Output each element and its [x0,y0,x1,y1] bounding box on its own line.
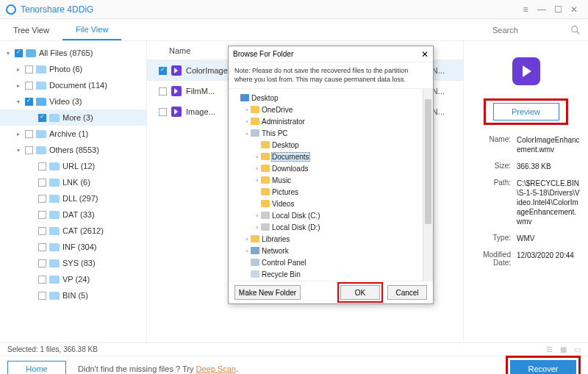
checkbox[interactable] [38,259,46,267]
sidebar-item[interactable]: SYS (83) [0,255,146,271]
folder-icon [251,118,259,125]
checkbox[interactable] [38,292,46,300]
dialog-tree-item[interactable]: Recycle Bin [230,268,431,280]
checkbox[interactable] [15,49,23,57]
dialog-folder-tree[interactable]: Desktop›OneDrive›Administrator⌄This PCDe… [229,89,433,281]
dialog-tree-item[interactable]: ⌄This PC [230,127,431,139]
dialog-tree-label: Local Disk (C:) [272,212,320,220]
checkbox[interactable] [159,67,167,75]
checkbox[interactable] [38,227,46,235]
cancel-button[interactable]: Cancel [387,285,427,300]
checkbox[interactable] [25,146,33,154]
list-view-icon[interactable]: ☰ [546,345,553,353]
expand-arrow-icon[interactable]: ▸ [15,131,22,137]
detail-view-icon[interactable]: ▭ [574,345,581,353]
checkbox[interactable] [159,87,167,96]
dialog-tree-item[interactable]: Videos [230,198,431,209]
tab-file-view[interactable]: File View [62,19,121,40]
recover-button[interactable]: Recover [510,360,576,375]
sidebar-item[interactable]: ▸Archive (1) [0,126,146,142]
dialog-tree-item[interactable]: ›Administrator [230,115,431,127]
grid-view-icon[interactable]: ▦ [560,345,567,353]
expand-arrow-icon[interactable]: › [243,119,251,124]
sidebar-item-label: Others (8553) [49,145,99,154]
sidebar-item[interactable]: BIN (5) [0,287,146,303]
expand-arrow-icon[interactable]: › [254,178,261,183]
sidebar-item[interactable]: URL (12) [0,158,146,174]
dialog-tree-label: Videos [272,200,294,208]
sidebar-item[interactable]: CAT (2612) [0,223,146,239]
expand-arrow-icon[interactable]: › [254,213,261,218]
expand-arrow-icon[interactable]: ⌄ [243,130,251,136]
checkbox[interactable] [38,179,46,187]
sidebar-item[interactable]: INF (304) [0,239,146,255]
dialog-tree-label: OneDrive [262,106,293,114]
sidebar-item[interactable]: ▾Video (3) [0,93,146,109]
ok-button[interactable]: OK [340,285,380,300]
dialog-tree-item[interactable]: ›Downloads [230,162,431,174]
checkbox[interactable] [38,195,46,203]
checkbox[interactable] [25,98,33,106]
sidebar-item[interactable]: DLL (297) [0,190,146,206]
make-new-folder-button[interactable]: Make New Folder [234,285,301,300]
meta-value: ColorImageEnhancement.wmv [517,135,581,154]
checkbox[interactable] [38,162,46,170]
sidebar-item[interactable]: LNK (6) [0,174,146,190]
dialog-tree-item[interactable]: ›Libraries [230,233,431,245]
dialog-close-icon[interactable]: ✕ [421,49,429,60]
maximize-button[interactable]: ☐ [550,1,566,18]
dialog-tree-item[interactable]: Desktop [230,139,431,151]
sidebar-item[interactable]: More (3) [0,109,146,126]
sidebar-item[interactable]: DAT (33) [0,206,146,223]
dialog-tree-item[interactable]: ›Network [230,245,431,256]
expand-arrow-icon[interactable]: › [254,154,261,159]
checkbox[interactable] [159,108,167,116]
checkbox[interactable] [25,65,33,73]
col-name[interactable]: Name [169,46,190,55]
sidebar-item[interactable]: ▸Document (114) [0,77,146,93]
preview-button[interactable]: Preview [493,103,559,121]
checkbox[interactable] [25,130,33,138]
expand-arrow-icon[interactable]: › [243,237,251,242]
expand-arrow-icon[interactable]: ▾ [4,50,12,57]
expand-arrow-icon[interactable]: › [254,225,261,230]
expand-arrow-icon[interactable]: ▾ [15,98,22,105]
dialog-tree-item[interactable]: ›Documents [230,151,431,162]
dialog-tree-item[interactable]: Desktop [230,92,431,104]
dialog-tree-item[interactable]: 4DDIG program [230,280,431,281]
expand-arrow-icon[interactable]: › [243,107,251,112]
expand-arrow-icon[interactable]: ▾ [15,147,22,154]
expand-arrow-icon[interactable]: ▸ [15,66,22,73]
dialog-tree-item[interactable]: Pictures [230,186,431,198]
dialog-scrollbar[interactable] [423,89,433,281]
tab-tree-view[interactable]: Tree View [0,19,62,40]
minimize-button[interactable]: — [534,1,550,18]
checkbox[interactable] [25,82,33,90]
sidebar-item[interactable]: VP (24) [0,271,146,287]
close-button[interactable]: ✕ [566,1,582,18]
checkbox[interactable] [38,243,46,251]
checkbox[interactable] [38,211,46,219]
sidebar-item[interactable]: ▾All Files (8765) [0,45,146,61]
search-icon[interactable] [570,25,581,35]
dialog-tree-item[interactable]: ›OneDrive [230,104,431,115]
expand-arrow-icon[interactable]: ▸ [15,82,22,89]
sidebar-item[interactable]: ▾Others (8553) [0,142,146,158]
checkbox[interactable] [38,114,46,122]
checkbox[interactable] [38,276,46,284]
home-button[interactable]: Home [7,361,66,375]
dialog-tree-label: Recycle Bin [262,270,301,278]
dialog-tree-item[interactable]: Control Panel [230,256,431,268]
sidebar-item-label: VP (24) [62,275,90,284]
dialog-tree-item[interactable]: ›Local Disk (C:) [230,209,431,221]
sidebar-tree[interactable]: ▾All Files (8765)▸Photo (6)▸Document (11… [0,41,147,342]
dialog-tree-item[interactable]: ›Music [230,174,431,186]
sidebar-item[interactable]: ▸Photo (6) [0,61,146,77]
expand-arrow-icon[interactable]: › [243,248,251,253]
search-input[interactable] [492,23,581,37]
expand-arrow-icon[interactable]: › [254,166,261,171]
menu-icon[interactable]: ≡ [517,1,534,18]
dialog-tree-item[interactable]: ›Local Disk (D:) [230,221,431,233]
deep-scan-link[interactable]: Deep Scan [196,364,235,373]
dialog-note: Note: Please do not save the recovered f… [229,62,433,89]
